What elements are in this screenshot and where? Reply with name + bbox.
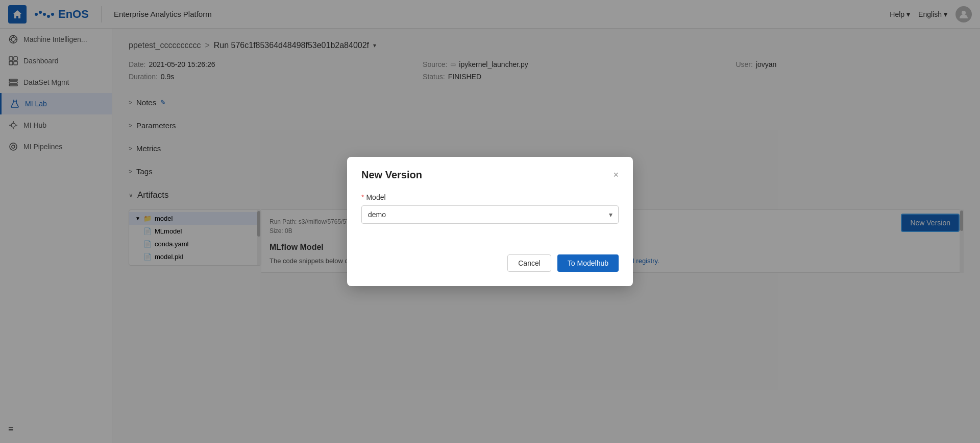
to-modelhub-button[interactable]: To Modelhub bbox=[557, 254, 619, 272]
model-select[interactable]: demo bbox=[361, 205, 619, 224]
modal-body: * Model demo ▾ bbox=[347, 189, 633, 246]
model-field: * Model demo ▾ bbox=[361, 193, 619, 224]
model-select-wrapper: demo ▾ bbox=[361, 205, 619, 224]
new-version-modal: New Version × * Model demo ▾ Cancel To M… bbox=[347, 157, 633, 286]
modal-header: New Version × bbox=[347, 157, 633, 189]
model-field-label: * Model bbox=[361, 193, 619, 201]
cancel-button[interactable]: Cancel bbox=[507, 254, 551, 272]
modal-footer: Cancel To Modelhub bbox=[347, 246, 633, 286]
field-label-text: Model bbox=[366, 193, 385, 201]
modal-close-button[interactable]: × bbox=[613, 170, 619, 180]
required-indicator: * bbox=[361, 193, 364, 201]
modal-overlay[interactable]: New Version × * Model demo ▾ Cancel To M… bbox=[0, 0, 980, 443]
modal-title: New Version bbox=[361, 169, 422, 181]
